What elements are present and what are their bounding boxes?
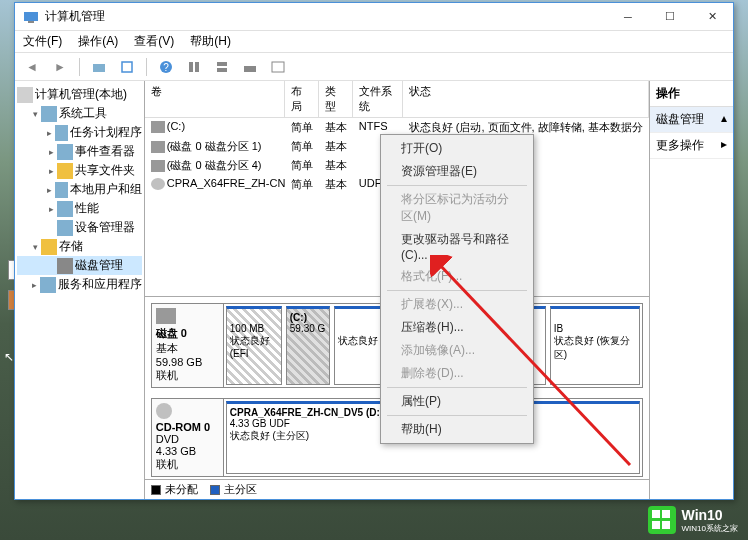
tree-device-manager[interactable]: 设备管理器: [17, 218, 142, 237]
partition-efi[interactable]: 100 MB状态良好 (EFI: [226, 306, 282, 385]
col-type[interactable]: 类型: [319, 81, 353, 117]
chevron-right-icon: ▸: [721, 137, 727, 154]
col-filesystem[interactable]: 文件系统: [353, 81, 403, 117]
watermark: Win10WIN10系统之家: [648, 506, 738, 534]
svg-rect-11: [272, 62, 284, 72]
tree-task-scheduler[interactable]: ▸任务计划程序: [17, 123, 142, 142]
toolbar-icon[interactable]: [239, 56, 261, 78]
cm-add-mirror: 添加镜像(A)...: [383, 339, 531, 362]
menu-view[interactable]: 查看(V): [130, 31, 178, 52]
window-title: 计算机管理: [45, 8, 607, 25]
navigation-tree[interactable]: 计算机管理(本地) ▾系统工具 ▸任务计划程序 ▸事件查看器 ▸共享文件夹 ▸本…: [15, 81, 145, 499]
help-button[interactable]: ?: [155, 56, 177, 78]
cm-explorer[interactable]: 资源管理器(E): [383, 160, 531, 183]
partition-c[interactable]: (C:)59.30 G: [286, 306, 330, 385]
menu-action[interactable]: 操作(A): [74, 31, 122, 52]
tree-disk-management[interactable]: 磁盘管理: [17, 256, 142, 275]
cm-shrink[interactable]: 压缩卷(H)...: [383, 316, 531, 339]
computer-management-window: 计算机管理 ─ ☐ ✕ 文件(F) 操作(A) 查看(V) 帮助(H) ◄ ► …: [14, 2, 734, 500]
cm-extend: 扩展卷(X)...: [383, 293, 531, 316]
actions-more[interactable]: 更多操作▸: [650, 133, 733, 159]
col-volume[interactable]: 卷: [145, 81, 285, 117]
svg-rect-6: [189, 62, 193, 72]
menubar: 文件(F) 操作(A) 查看(V) 帮助(H): [15, 31, 733, 53]
svg-rect-2: [93, 64, 105, 72]
col-layout[interactable]: 布局: [285, 81, 319, 117]
svg-rect-9: [217, 68, 227, 72]
cm-change-letter[interactable]: 更改驱动器号和路径(C)...: [383, 228, 531, 265]
actions-header: 操作: [650, 81, 733, 107]
cursor-icon: ↖: [4, 350, 14, 364]
svg-rect-7: [195, 62, 199, 72]
toolbar-icon[interactable]: [183, 56, 205, 78]
menu-help[interactable]: 帮助(H): [186, 31, 235, 52]
svg-rect-8: [217, 62, 227, 66]
tree-event-viewer[interactable]: ▸事件查看器: [17, 142, 142, 161]
titlebar: 计算机管理 ─ ☐ ✕: [15, 3, 733, 31]
partition-recovery[interactable]: IB状态良好 (恢复分区): [550, 306, 640, 385]
tree-local-users[interactable]: ▸本地用户和组: [17, 180, 142, 199]
close-button[interactable]: ✕: [691, 3, 733, 31]
toolbar-icon[interactable]: [88, 56, 110, 78]
minimize-button[interactable]: ─: [607, 3, 649, 31]
watermark-logo-icon: [648, 506, 676, 534]
tree-shared-folders[interactable]: ▸共享文件夹: [17, 161, 142, 180]
toolbar: ◄ ► ?: [15, 53, 733, 81]
legend: 未分配 主分区: [145, 479, 649, 499]
svg-rect-0: [24, 12, 38, 21]
cm-delete: 删除卷(D)...: [383, 362, 531, 385]
app-icon: [23, 9, 39, 25]
disk-icon: [156, 308, 176, 324]
tree-services[interactable]: ▸服务和应用程序: [17, 275, 142, 294]
actions-group[interactable]: 磁盘管理▴: [650, 107, 733, 133]
refresh-button[interactable]: [116, 56, 138, 78]
maximize-button[interactable]: ☐: [649, 3, 691, 31]
svg-rect-1: [28, 21, 34, 23]
context-menu: 打开(O) 资源管理器(E) 将分区标记为活动分区(M) 更改驱动器号和路径(C…: [380, 134, 534, 444]
back-button[interactable]: ◄: [21, 56, 43, 78]
cm-properties[interactable]: 属性(P): [383, 390, 531, 413]
toolbar-icon[interactable]: [267, 56, 289, 78]
tree-performance[interactable]: ▸性能: [17, 199, 142, 218]
cm-mark-active: 将分区标记为活动分区(M): [383, 188, 531, 228]
menu-file[interactable]: 文件(F): [19, 31, 66, 52]
svg-text:?: ?: [163, 62, 169, 73]
svg-rect-3: [122, 62, 132, 72]
tree-storage[interactable]: ▾存储: [17, 237, 142, 256]
cdrom-icon: [156, 403, 172, 419]
cm-format: 格式化(F)...: [383, 265, 531, 288]
cm-open[interactable]: 打开(O): [383, 137, 531, 160]
cm-help[interactable]: 帮助(H): [383, 418, 531, 441]
col-status[interactable]: 状态: [403, 81, 649, 117]
svg-rect-10: [244, 66, 256, 72]
toolbar-icon[interactable]: [211, 56, 233, 78]
forward-button[interactable]: ►: [49, 56, 71, 78]
actions-panel: 操作 磁盘管理▴ 更多操作▸: [650, 81, 733, 499]
tree-root[interactable]: 计算机管理(本地): [17, 85, 142, 104]
chevron-up-icon: ▴: [721, 111, 727, 128]
tree-system-tools[interactable]: ▾系统工具: [17, 104, 142, 123]
